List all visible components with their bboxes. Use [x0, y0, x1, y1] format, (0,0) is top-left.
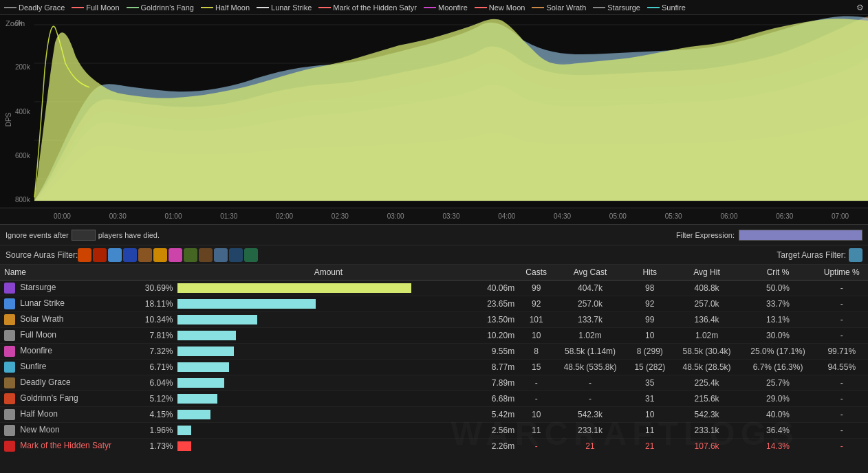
col-header-amount[interactable]: Amount [138, 265, 519, 280]
bar-outer [177, 410, 473, 419]
x-label-0500: 05:00 [590, 212, 646, 220]
aura-icon-5[interactable] [138, 248, 152, 262]
cell-hits: 31 [627, 391, 673, 407]
ability-icon [4, 377, 15, 388]
aura-icon-4[interactable] [123, 248, 137, 262]
cell-casts: - [519, 439, 554, 454]
legend-sunfire: Sunfire [647, 3, 686, 12]
y-label-600k: 600k [15, 152, 30, 160]
aura-icon-6[interactable] [153, 248, 167, 262]
table-row[interactable]: Deadly Grace 6.04% 7.89m - - 35 225.4k 2… [0, 375, 868, 391]
cell-hits: 8 (299) [627, 344, 673, 360]
cell-avg-hit: 136.4k [673, 312, 741, 328]
x-label-0000: 00:00 [34, 212, 90, 220]
aura-icon-7[interactable] [169, 248, 182, 262]
col-header-uptime[interactable]: Uptime % [816, 265, 868, 280]
bar-outer [177, 299, 473, 309]
cell-name: Moonfire [0, 344, 138, 360]
cell-uptime: - [816, 312, 868, 328]
col-header-avg-hit[interactable]: Avg Hit [673, 265, 741, 280]
ability-name: Half Moon [20, 409, 58, 419]
aura-icon-3[interactable] [108, 248, 122, 262]
cell-name: Sunfire [0, 360, 138, 375]
pct-label: 5.12% [142, 394, 173, 404]
cell-avg-hit: 257.0k [673, 296, 741, 312]
filter-expression-input[interactable] [739, 230, 862, 241]
bar-inner [177, 331, 236, 340]
cell-name: Deadly Grace [0, 375, 138, 391]
bar-inner [177, 394, 217, 404]
cell-uptime: 99.71% [816, 344, 868, 360]
cell-amount: 7.81% 10.20m [138, 328, 519, 344]
source-auras-label: Source Auras Filter: [6, 250, 78, 260]
cell-hits: 92 [627, 296, 673, 312]
cell-avg-hit: 233.1k [673, 423, 741, 439]
cell-avg-cast: 133.7k [554, 312, 627, 328]
bar-inner [177, 426, 191, 435]
cell-uptime: - [816, 280, 868, 296]
table-row[interactable]: Starsurge 30.69% 40.06m 99 404.7k 98 408… [0, 280, 868, 296]
table-row[interactable]: Solar Wrath 10.34% 13.50m 101 133.7k 99 … [0, 312, 868, 328]
aura-icon-10[interactable] [214, 248, 228, 262]
aura-icon-8[interactable] [184, 248, 197, 262]
aura-icon-1[interactable] [78, 248, 91, 262]
amount-label: 7.89m [477, 378, 514, 388]
target-aura-icon-1[interactable] [849, 248, 862, 262]
bar-inner [177, 346, 234, 356]
legend-label-solar-wrath: Solar Wrath [546, 3, 586, 12]
col-header-crit[interactable]: Crit % [741, 265, 816, 280]
amount-label: 23.65m [477, 299, 514, 309]
cell-avg-cast: 58.5k (1.14m) [554, 344, 627, 360]
x-axis: 00:00 00:30 01:00 01:30 02:00 02:30 03:0… [0, 208, 868, 224]
ability-icon [4, 330, 15, 341]
legend-line-goldrinn [127, 7, 139, 8]
cell-casts: 10 [519, 407, 554, 423]
x-label-0600: 06:00 [702, 212, 757, 220]
aura-icon-12[interactable] [244, 248, 258, 262]
cell-crit: 29.0% [741, 391, 816, 407]
aura-icon-9[interactable] [199, 248, 213, 262]
ability-icon [4, 314, 15, 325]
col-header-avg-cast[interactable]: Avg Cast [554, 265, 627, 280]
cell-avg-hit: 107.6k [673, 439, 741, 454]
bar-inner [177, 362, 229, 372]
cell-name: Half Moon [0, 407, 138, 423]
cell-crit: 14.3% [741, 439, 816, 454]
chart-svg [0, 15, 868, 208]
legend-lunar-strike: Lunar Strike [257, 3, 312, 12]
bar-outer [177, 315, 473, 324]
aura-icon-2[interactable] [93, 248, 107, 262]
bar-inner [177, 441, 191, 451]
col-header-casts[interactable]: Casts [519, 265, 554, 280]
ability-name: Sunfire [20, 362, 46, 371]
table-row[interactable]: Mark of the Hidden Satyr 1.73% 2.26m - 2… [0, 439, 868, 454]
table-row[interactable]: New Moon 1.96% 2.56m 11 233.1k 11 233.1k… [0, 423, 868, 439]
legend-label-lunar-strike: Lunar Strike [271, 3, 312, 12]
settings-icon[interactable]: ⚙ [856, 3, 864, 12]
auras-row: Source Auras Filter: Target Auras Filter… [0, 245, 868, 265]
legend-line-starsurge [593, 7, 605, 8]
bar-outer [177, 378, 473, 388]
target-auras-label: Target Auras Filter: [777, 250, 846, 260]
col-header-name[interactable]: Name [0, 265, 138, 280]
x-label-0030: 00:30 [90, 212, 146, 220]
bar-outer [177, 426, 473, 435]
table-row[interactable]: Half Moon 4.15% 5.42m 10 542.3k 10 542.3… [0, 407, 868, 423]
legend-label-goldrinn: Goldrinn's Fang [141, 3, 194, 12]
cell-casts: - [519, 391, 554, 407]
cell-hits: 11 [627, 423, 673, 439]
table-row[interactable]: Goldrinn's Fang 5.12% 6.68m - - 31 215.6… [0, 391, 868, 407]
dead-players-input[interactable] [72, 230, 96, 241]
legend-label-starsurge: Starsurge [607, 3, 640, 12]
table-row[interactable]: Sunfire 6.71% 8.77m 15 48.5k (535.8k) 15… [0, 360, 868, 375]
cell-avg-hit: 1.02m [673, 328, 741, 344]
table-row[interactable]: Full Moon 7.81% 10.20m 10 1.02m 10 1.02m… [0, 328, 868, 344]
table-row[interactable]: Moonfire 7.32% 9.55m 8 58.5k (1.14m) 8 (… [0, 344, 868, 360]
col-header-hits[interactable]: Hits [627, 265, 673, 280]
x-label-0700: 07:00 [812, 212, 868, 220]
cell-amount: 18.11% 23.65m [138, 296, 519, 312]
amount-label: 2.26m [477, 441, 514, 451]
aura-icon-11[interactable] [229, 248, 243, 262]
legend-goldrinn: Goldrinn's Fang [127, 3, 194, 12]
table-row[interactable]: Lunar Strike 18.11% 23.65m 92 257.0k 92 … [0, 296, 868, 312]
